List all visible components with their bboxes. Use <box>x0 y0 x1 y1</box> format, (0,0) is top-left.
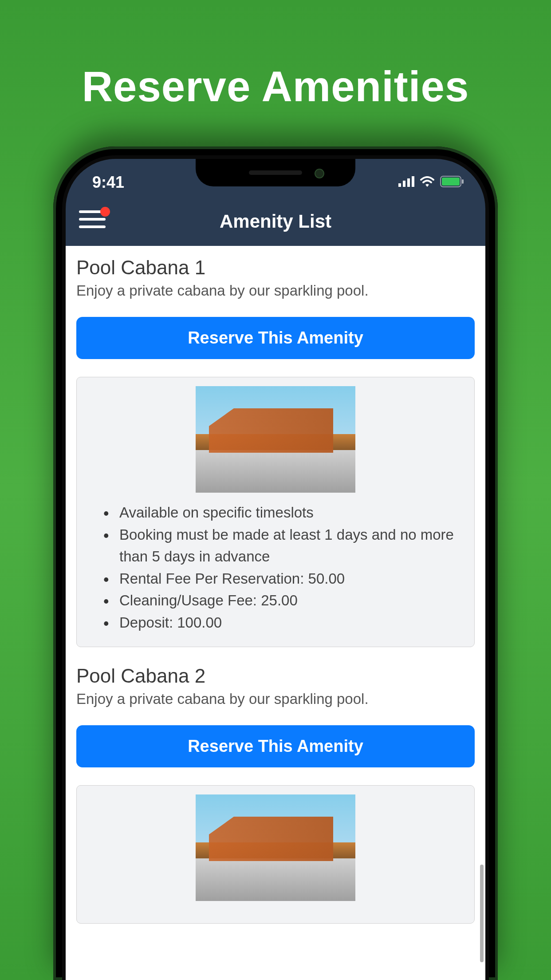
detail-item: Deposit: 100.00 <box>103 612 461 634</box>
detail-item: Booking must be made at least 1 days and… <box>103 524 461 568</box>
amenity-image <box>196 386 355 493</box>
header-title: Amenity List <box>220 211 331 232</box>
scroll-indicator[interactable] <box>480 865 484 962</box>
phone-frame: 9:41 Amenity List Pool <box>53 146 498 980</box>
amenity-list-content[interactable]: Pool Cabana 1 Enjoy a private cabana by … <box>66 246 485 980</box>
svg-rect-1 <box>403 181 405 187</box>
svg-rect-6 <box>462 179 464 184</box>
status-time: 9:41 <box>92 173 124 192</box>
menu-button[interactable] <box>79 210 110 233</box>
phone-screen: 9:41 Amenity List Pool <box>62 155 489 980</box>
amenity-detail-card <box>76 785 475 924</box>
amenity-detail-card: Available on specific timeslots Booking … <box>76 377 475 647</box>
amenity-description: Enjoy a private cabana by our sparkling … <box>76 691 475 707</box>
app-header: Amenity List <box>66 197 485 246</box>
detail-item: Available on specific timeslots <box>103 502 461 524</box>
detail-item: Cleaning/Usage Fee: 25.00 <box>103 589 461 612</box>
amenity-item: Pool Cabana 1 Enjoy a private cabana by … <box>76 257 475 647</box>
svg-rect-5 <box>442 178 460 186</box>
cellular-signal-icon <box>398 176 414 189</box>
status-icons <box>398 176 464 189</box>
amenity-description: Enjoy a private cabana by our sparkling … <box>76 282 475 299</box>
notification-dot-icon <box>100 207 110 217</box>
amenity-image <box>196 794 355 901</box>
phone-notch <box>196 159 355 186</box>
amenity-title: Pool Cabana 2 <box>76 665 475 687</box>
reserve-button[interactable]: Reserve This Amenity <box>76 317 475 359</box>
svg-rect-3 <box>412 176 414 187</box>
amenity-detail-list: Available on specific timeslots Booking … <box>90 502 461 633</box>
battery-icon <box>440 176 464 189</box>
reserve-button[interactable]: Reserve This Amenity <box>76 725 475 767</box>
page-title: Reserve Amenities <box>0 0 551 111</box>
amenity-title: Pool Cabana 1 <box>76 257 475 279</box>
svg-rect-2 <box>407 178 410 187</box>
detail-item: Rental Fee Per Reservation: 50.00 <box>103 568 461 590</box>
svg-rect-0 <box>398 183 401 187</box>
amenity-item: Pool Cabana 2 Enjoy a private cabana by … <box>76 665 475 924</box>
wifi-icon <box>420 176 435 189</box>
